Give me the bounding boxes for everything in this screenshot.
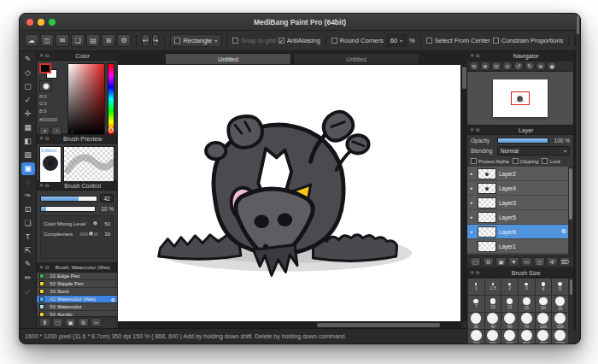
close-icon[interactable]: ✕ <box>39 265 44 270</box>
round-corners-checkbox[interactable]: Round Corners <box>331 37 384 44</box>
layer-visible-dot[interactable]: ● <box>470 229 475 234</box>
pen-tool[interactable]: ✎ <box>21 258 35 271</box>
brush-item[interactable]: 42Watercolor (Wet)⚙ <box>37 296 117 303</box>
document-icon[interactable]: ▤ <box>86 34 100 47</box>
popout-icon[interactable]: ⧉ <box>45 265 49 270</box>
brush-list-scrollbar[interactable] <box>576 14 580 343</box>
hue-slider[interactable] <box>108 63 114 135</box>
brush-size-cell[interactable]: 700 <box>536 330 552 344</box>
close-icon[interactable]: ✕ <box>39 136 44 141</box>
brush-item[interactable]: 50Stipple Pen <box>37 280 117 288</box>
duplicate-brush-icon[interactable]: ⧉ <box>78 318 89 327</box>
brush-size-cell[interactable]: 500 <box>519 330 535 344</box>
brush-item[interactable]: 20Edge Pen <box>37 273 117 280</box>
brush-size-cell[interactable]: 150 <box>552 313 568 329</box>
antialiasing-checkbox[interactable]: AntiAliasing <box>278 37 320 44</box>
zoom-in-icon[interactable]: ⊕ <box>480 62 490 71</box>
saturation-value-picker[interactable]: ◢ <box>67 63 105 135</box>
brush-size-cell[interactable]: 7 <box>468 296 484 312</box>
layer-row[interactable]: ●Layer4 <box>467 181 573 196</box>
reset-view-icon[interactable]: ◉ <box>547 62 557 71</box>
brush-item[interactable]: 50Watercolor <box>37 303 117 311</box>
redo-button[interactable]: ↪ <box>152 34 160 47</box>
shape-select-dropdown[interactable]: Rectangle ▾ <box>170 34 221 47</box>
brush-size-cell[interactable]: 1 <box>468 279 484 295</box>
fit-screen-icon[interactable]: ⊡ <box>491 62 501 71</box>
rect-select-tool[interactable]: ▢ <box>21 80 35 93</box>
config-icon[interactable]: ⚙ <box>117 34 131 47</box>
fg-bg-swatches[interactable] <box>39 63 58 79</box>
brush-size-cell[interactable]: 30 <box>468 313 484 329</box>
layer-visible-dot[interactable]: ● <box>470 171 475 176</box>
title-bar[interactable]: MediBang Paint Pro (64bit) <box>20 14 580 31</box>
brush-settings-icon[interactable]: ⚙ <box>111 296 115 302</box>
new-layer-icon[interactable]: ▢ <box>470 257 481 267</box>
delete-layer-icon[interactable]: ⌦ <box>560 257 571 267</box>
brush-folder-icon[interactable]: ▭ <box>91 318 102 327</box>
comment-icon[interactable]: ✉ <box>56 34 69 47</box>
foreground-color-swatch[interactable] <box>39 63 51 73</box>
eyedropper-tool[interactable]: ✑ <box>21 190 35 203</box>
complement-slider-knob[interactable] <box>88 231 94 237</box>
navigator-thumbnail[interactable] <box>493 79 548 117</box>
close-icon[interactable]: ✕ <box>39 53 44 58</box>
pencil-tool[interactable]: ✏ <box>21 272 35 285</box>
brush-size-cell[interactable]: 15 <box>519 296 535 312</box>
color-mixing-knob[interactable] <box>92 220 98 226</box>
brush-size-cell[interactable]: 400 <box>501 330 518 344</box>
new-layer-menu-icon[interactable]: ▼ <box>508 257 519 267</box>
brush-size-cell[interactable]: 12 <box>501 296 518 312</box>
transparent-color-swatch[interactable] <box>39 80 52 91</box>
brush-size-cell[interactable]: 200 <box>468 330 484 344</box>
select-from-center-checkbox[interactable]: Select From Center <box>426 37 490 44</box>
new-folder-layer-icon[interactable]: ▣ <box>495 257 507 267</box>
cloud-icon[interactable]: ☁ <box>25 34 38 47</box>
upload-brush-icon[interactable]: ⬆ <box>39 318 50 327</box>
zoom-out-icon[interactable]: ⊖ <box>469 62 479 71</box>
tab-untitled-1[interactable]: Untitled <box>165 53 291 64</box>
panels-icon[interactable]: ⊞ <box>102 34 115 47</box>
brush-size-cell[interactable]: 2 <box>501 279 518 295</box>
close-icon[interactable]: ✕ <box>470 53 474 58</box>
new-brush-icon[interactable]: ▢ <box>52 318 63 327</box>
eraser-tool[interactable]: ◇ <box>21 67 35 79</box>
brush-tool[interactable]: ✎ <box>21 53 35 66</box>
move-tool[interactable]: ✛ <box>21 108 35 120</box>
folder-icon[interactable]: ▭ <box>521 257 532 267</box>
layer-row[interactable]: ●Layer6⚙ <box>467 225 573 239</box>
grid-tool[interactable]: ▦ <box>21 121 35 134</box>
brush-size-cell[interactable]: 5 <box>552 279 568 295</box>
popout-icon[interactable]: ⧉ <box>476 53 479 58</box>
popout-icon[interactable]: ⧉ <box>45 183 49 188</box>
brush-size-cell[interactable]: 1.5 <box>485 279 501 295</box>
lock-checkbox[interactable]: Lock <box>542 158 560 164</box>
undo-button[interactable]: ↩ <box>142 34 150 47</box>
hand-tool[interactable]: ☞ <box>21 285 35 298</box>
popout-icon[interactable]: ⧉ <box>476 127 479 132</box>
layer-row[interactable]: ●Layer3 <box>467 196 573 210</box>
navigator-view[interactable] <box>467 72 573 125</box>
edit-tool[interactable]: ⊡ <box>21 203 35 216</box>
close-icon[interactable]: ✕ <box>470 270 474 275</box>
select-move-tool[interactable]: ⇱ <box>21 244 35 257</box>
lasso-tool[interactable]: ◌ <box>21 176 35 189</box>
constrain-proportions-checkbox[interactable]: Constrain Proportions <box>493 37 564 44</box>
layer-row[interactable]: Layer1 <box>467 239 573 254</box>
layer-visible-dot[interactable]: ● <box>470 200 475 205</box>
layer-convert-icon[interactable]: ✣ <box>547 257 558 267</box>
brush-size-cell[interactable]: 50 <box>501 313 518 329</box>
brush-size-cell[interactable]: 1000 <box>552 330 568 344</box>
duplicate-layer-icon[interactable]: ⧉ <box>483 257 494 267</box>
brush-size-cell[interactable]: 70 <box>519 313 535 329</box>
brush-size-scrollbar[interactable] <box>569 279 573 344</box>
magic-wand-tool[interactable]: ✓ <box>21 94 35 107</box>
layer-visible-dot[interactable]: ● <box>470 214 475 220</box>
opacity-slider[interactable] <box>497 138 548 144</box>
protect-alpha-checkbox[interactable]: Protect Alpha <box>471 158 509 164</box>
zoom-reset-icon[interactable]: ⊙ <box>502 62 513 71</box>
publish-icon[interactable]: ❏ <box>71 34 85 47</box>
layer-row[interactable]: ●Layer2 <box>467 167 573 181</box>
canvas-vertical-scrollbar[interactable] <box>461 65 467 321</box>
panel-resize-handle[interactable]: ◢ <box>69 127 73 133</box>
canvas-horizontal-scrollbar[interactable] <box>118 322 460 328</box>
